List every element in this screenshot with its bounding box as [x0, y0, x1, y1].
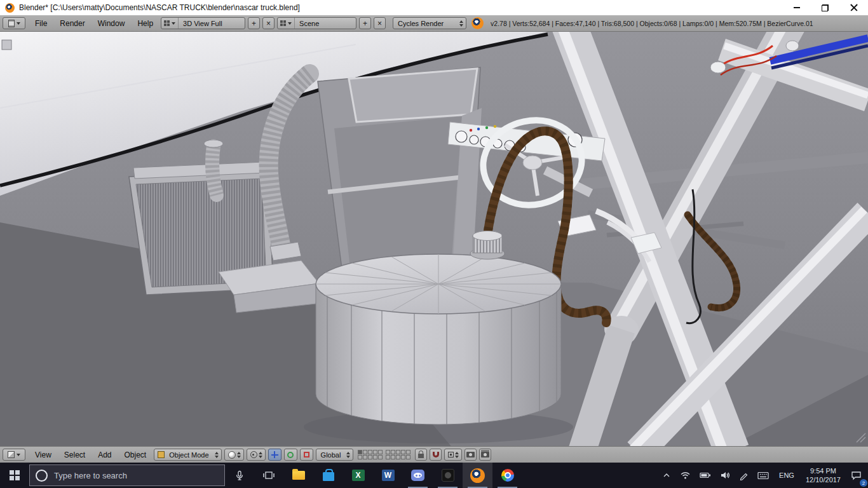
start-button[interactable]	[0, 463, 29, 488]
touch-keyboard-button[interactable]	[753, 463, 773, 488]
screen-layout-name[interactable]: 3D View Full	[179, 20, 245, 27]
snap-element-icon	[448, 452, 454, 458]
snap-toggle-button[interactable]	[430, 449, 442, 461]
task-view-icon	[263, 470, 275, 480]
time-text: 9:54 PM	[810, 466, 836, 475]
restore-icon	[822, 4, 829, 11]
viewport-scene[interactable]	[0, 32, 868, 446]
network-button[interactable]	[675, 463, 695, 488]
editor-type-selector[interactable]	[3, 17, 25, 29]
taskbar-search[interactable]: Type here to search	[29, 464, 225, 486]
volume-button[interactable]	[715, 463, 735, 488]
menu-add[interactable]: Add	[92, 451, 117, 459]
system-tray: ENG 9:54 PM 12/10/2017 2	[658, 463, 868, 488]
discord-icon	[411, 470, 424, 481]
racing-seat[interactable]	[318, 67, 482, 283]
taskbar-app-blender[interactable]	[463, 463, 492, 488]
scene-browse-button[interactable]	[278, 18, 295, 29]
browse-grid-icon	[164, 20, 170, 26]
camera-anim-icon	[481, 452, 489, 458]
opengl-render-button[interactable]	[465, 449, 477, 461]
mode-selector[interactable]: Object Mode	[154, 449, 221, 461]
taskbar-app-store[interactable]	[313, 463, 343, 488]
hidden-icons-button[interactable]	[658, 463, 675, 488]
browse-grid-icon	[280, 20, 286, 26]
clock[interactable]: 9:54 PM 12/10/2017	[800, 463, 846, 488]
window-title: Blender* [C:\Users\matty\Documents\NASCA…	[19, 3, 300, 12]
manipulator-scale-button[interactable]	[300, 449, 313, 461]
close-button[interactable]	[839, 0, 868, 15]
action-center-button[interactable]: 2	[846, 463, 868, 488]
render-engine-selector[interactable]: Cycles Render	[393, 17, 466, 29]
language-indicator[interactable]: ENG	[773, 463, 800, 488]
updown-arrows-icon	[455, 452, 459, 458]
3d-viewport[interactable]	[0, 32, 868, 446]
render-engine-value: Cycles Render	[393, 20, 458, 27]
scene-selector: Scene	[277, 17, 356, 29]
menu-object[interactable]: Object	[119, 451, 153, 459]
menu-view[interactable]: View	[29, 451, 57, 459]
pivot-point-selector[interactable]	[247, 449, 266, 461]
task-view-button[interactable]	[254, 463, 283, 488]
new-layout-button[interactable]: +	[248, 17, 260, 29]
chevron-down-icon	[17, 454, 20, 456]
delete-scene-button[interactable]: ×	[374, 17, 386, 29]
desktop-screen: Blender* [C:\Users\matty\Documents\NASCA…	[0, 0, 868, 488]
layers-group-1[interactable]	[358, 450, 383, 459]
menu-window[interactable]: Window	[92, 19, 131, 28]
microphone-icon	[234, 470, 245, 481]
windows-taskbar: Type here to search X W	[0, 463, 868, 488]
blender-info-header: File Render Window Help 3D View Full + ×…	[0, 15, 868, 32]
taskbar-app-discord[interactable]	[403, 463, 433, 488]
object-mode-icon	[158, 451, 165, 458]
menu-help[interactable]: Help	[132, 19, 159, 28]
drum-top-wireframe	[316, 254, 561, 314]
updown-arrows-icon	[346, 452, 350, 458]
rotate-manipulator-icon	[287, 452, 294, 458]
microphone-button[interactable]	[225, 463, 254, 488]
blender-logo-icon	[471, 17, 484, 29]
pen-button[interactable]	[735, 463, 753, 488]
delete-layout-button[interactable]: ×	[262, 17, 275, 29]
taskbar-app-excel[interactable]: X	[343, 463, 373, 488]
manipulator-translate-button[interactable]	[268, 449, 281, 461]
blender-taskbar-icon	[470, 468, 485, 483]
scene-name[interactable]: Scene	[295, 20, 356, 27]
viewport-shading-selector[interactable]	[224, 449, 244, 461]
layers-widget[interactable]	[358, 450, 410, 459]
3d-view-editor-icon	[8, 451, 15, 458]
chevron-up-icon	[662, 471, 671, 479]
battery-icon	[700, 471, 711, 479]
pen-icon	[739, 471, 749, 480]
search-placeholder: Type here to search	[54, 471, 127, 480]
manipulator-rotate-button[interactable]	[284, 449, 297, 461]
fuel-cap[interactable]	[470, 231, 505, 260]
info-editor-icon	[8, 20, 15, 27]
menu-render[interactable]: Render	[54, 19, 90, 28]
chevron-down-icon	[17, 22, 20, 25]
notification-badge: 2	[860, 479, 867, 487]
excel-icon: X	[352, 470, 365, 481]
minimize-button[interactable]	[782, 0, 811, 15]
lock-to-scene-button[interactable]	[415, 449, 427, 461]
taskbar-app-chrome[interactable]	[492, 463, 522, 488]
taskbar-app-word[interactable]: W	[373, 463, 403, 488]
viewport-editor-type-selector[interactable]	[3, 449, 25, 461]
layers-group-2[interactable]	[386, 450, 410, 459]
opengl-render-anim-button[interactable]	[479, 449, 491, 461]
menu-file[interactable]: File	[29, 19, 53, 28]
updown-arrows-icon	[459, 20, 463, 27]
transform-orientation-selector[interactable]: Global	[316, 449, 354, 461]
file-explorer-icon	[292, 471, 305, 480]
menu-select[interactable]: Select	[58, 451, 91, 459]
snap-element-selector[interactable]	[444, 449, 462, 461]
word-icon: W	[382, 470, 395, 481]
dark-app-icon	[442, 469, 454, 482]
taskbar-app-file-explorer[interactable]	[283, 463, 313, 488]
battery-button[interactable]	[695, 463, 715, 488]
maximize-button[interactable]	[811, 0, 839, 15]
screen-layout-browse-button[interactable]	[161, 18, 179, 29]
taskbar-app-dark[interactable]	[433, 463, 463, 488]
updown-arrows-icon	[215, 452, 219, 458]
new-scene-button[interactable]: +	[359, 17, 371, 29]
